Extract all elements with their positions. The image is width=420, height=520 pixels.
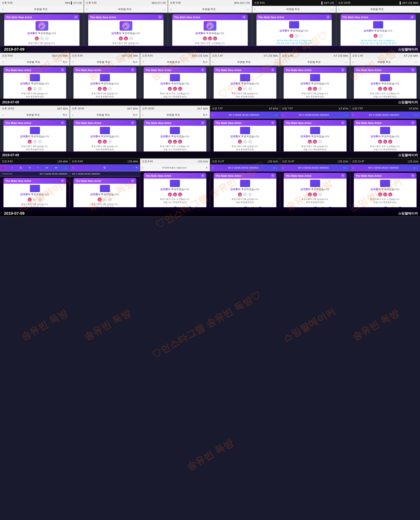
close-button[interactable]: × bbox=[326, 15, 330, 19]
nav-close[interactable]: × bbox=[136, 166, 138, 170]
nav-reload[interactable]: ↻ bbox=[203, 60, 206, 64]
facebook-share-btn[interactable]: f bbox=[243, 207, 248, 207]
twitter-share-btn[interactable]: t bbox=[257, 207, 263, 207]
nav-menu[interactable]: ⋯ bbox=[274, 113, 278, 117]
nav-close[interactable]: × bbox=[136, 60, 138, 64]
close-button[interactable]: × bbox=[158, 15, 162, 19]
nav-more[interactable]: ⋯ bbox=[414, 166, 418, 170]
kakao-share-btn[interactable]: K bbox=[320, 207, 326, 207]
nav-menu[interactable]: ⋯ bbox=[345, 60, 348, 64]
close-button[interactable]: × bbox=[271, 121, 275, 125]
nav-back[interactable]: ↑ bbox=[72, 60, 74, 64]
nav-reload[interactable]: ↻ bbox=[103, 166, 106, 170]
close-button[interactable]: × bbox=[201, 68, 204, 72]
nav-menu[interactable]: ⋯ bbox=[330, 7, 334, 11]
close-button[interactable]: × bbox=[131, 179, 135, 183]
close-button[interactable]: × bbox=[410, 15, 414, 19]
nav-title: KT면에 제공의 사용장 안내 bbox=[143, 166, 206, 169]
nav-more[interactable]: ⋯ bbox=[64, 166, 68, 170]
medal-2: 🏅 bbox=[313, 87, 317, 91]
status-bar: 오전 8:43 LTE 40% bbox=[0, 159, 70, 164]
vote-info: 투표기회가 2회 남았습니다.계속 투표해주세요! bbox=[232, 145, 259, 151]
close-button[interactable]: × bbox=[201, 121, 204, 125]
nav-close[interactable]: × bbox=[66, 60, 68, 64]
kakao-share-btn[interactable]: K bbox=[250, 207, 255, 207]
nav-close[interactable]: × bbox=[206, 166, 208, 170]
close-button[interactable]: × bbox=[131, 121, 135, 125]
close-button[interactable]: × bbox=[271, 174, 275, 178]
close-button[interactable]: × bbox=[411, 121, 415, 125]
nav-bar: ‹ MX X GENIE MUSIC AWARDS ⋯ bbox=[280, 111, 350, 119]
nav-back[interactable]: ↑ bbox=[72, 166, 74, 170]
nav-menu[interactable]: ⋯ bbox=[414, 60, 418, 64]
phone-2-5: 오전 1:40 KT LTE 56% ‹ 부분별 투표 ⋯ The Male N… bbox=[280, 53, 350, 99]
modal-title: The Male New Artist bbox=[6, 16, 32, 19]
close-button[interactable]: × bbox=[61, 179, 64, 183]
medal-2: 🏅 bbox=[208, 37, 212, 40]
twitter-share-btn[interactable]: t bbox=[398, 207, 403, 207]
row-4-label-bar: 2019-07-09 스밍짤메이커 bbox=[0, 210, 420, 216]
nav-close[interactable]: × bbox=[66, 113, 68, 117]
nav-menu[interactable]: ⋯ bbox=[247, 7, 250, 11]
nav-menu[interactable]: ⋯ bbox=[414, 7, 418, 11]
nav-reload[interactable]: ↻ bbox=[63, 113, 66, 117]
nav-close[interactable]: × bbox=[136, 113, 138, 117]
phone-1-1: 오후 5:35 95% ▌ KT LTE ‹ 부분별 투표 ⋯ The Male… bbox=[0, 0, 84, 46]
close-button[interactable]: × bbox=[271, 68, 275, 72]
nav-reload[interactable]: ↻ bbox=[20, 166, 22, 170]
nav-clip[interactable]: ✂ bbox=[45, 166, 48, 170]
medal-2: ○ bbox=[33, 87, 37, 91]
facebook-share-btn[interactable]: f bbox=[313, 207, 318, 207]
nav-back[interactable]: ↑ bbox=[142, 60, 144, 64]
medal-2: 🏅 bbox=[103, 140, 107, 144]
kakao-share-btn[interactable]: K bbox=[390, 207, 396, 207]
nav-bar: ‹ 부분별 투표 ↻ × bbox=[0, 111, 70, 119]
modal-body: 🎤 김재환에 투표하였습니다. 🏅 ○ ○ 투표기회가 2회 남았습니다.계속 … bbox=[4, 20, 80, 46]
modal-title: The Male New Artist bbox=[216, 121, 241, 125]
nav-title: 부분별 투표 bbox=[255, 8, 330, 11]
artist-thumbnail bbox=[240, 180, 250, 187]
nav-more[interactable]: ⋯ bbox=[274, 166, 278, 170]
nav-reload[interactable]: ↻ bbox=[203, 113, 206, 117]
nav-edit[interactable]: ✏ bbox=[55, 166, 58, 170]
vote-info: 투표기회가 모두 소진됐습니다.내일 다시 투표해주세요! bbox=[370, 145, 400, 151]
close-button[interactable]: × bbox=[341, 121, 345, 125]
nav-reload[interactable]: ↻ bbox=[63, 60, 66, 64]
close-button[interactable]: × bbox=[131, 68, 135, 72]
nav-youtube[interactable]: ▶ bbox=[2, 166, 5, 170]
nav-close[interactable]: × bbox=[206, 113, 208, 117]
close-button[interactable]: × bbox=[341, 174, 345, 178]
close-button[interactable]: × bbox=[61, 68, 64, 72]
close-button[interactable]: × bbox=[74, 15, 78, 19]
voted-text: 김재환에 투표하였습니다. bbox=[90, 82, 120, 85]
nav-back[interactable]: ↑ bbox=[2, 60, 4, 64]
nav-menu[interactable]: ⋯ bbox=[414, 113, 418, 117]
close-button[interactable]: × bbox=[242, 15, 246, 19]
nav-reload[interactable]: ↻ bbox=[133, 60, 136, 64]
nav-more[interactable]: ⋯ bbox=[345, 166, 348, 170]
nav-menu[interactable]: ⋯ bbox=[78, 7, 82, 11]
close-button[interactable]: × bbox=[341, 68, 345, 72]
facebook-share-btn[interactable]: f bbox=[173, 207, 178, 207]
modal-title: The Male New Artist bbox=[356, 121, 382, 125]
facebook-share-btn[interactable]: f bbox=[383, 207, 388, 207]
nav-close[interactable]: × bbox=[29, 166, 31, 170]
nav-close[interactable]: × bbox=[206, 60, 208, 64]
twitter-share-btn[interactable]: t bbox=[327, 207, 333, 207]
modal-card: The Male New Artist × 김재환에 투표하였습니다. 🏅 🏅 … bbox=[284, 67, 346, 99]
close-button[interactable]: × bbox=[201, 174, 204, 178]
nav-share[interactable]: ↑ bbox=[37, 166, 39, 170]
modal-title: The Male New Artist bbox=[90, 16, 116, 19]
close-button[interactable]: × bbox=[411, 174, 415, 178]
twitter-share-btn[interactable]: t bbox=[187, 207, 193, 207]
nav-reload[interactable]: ↻ bbox=[133, 113, 136, 117]
nav-domain: MX X GENIE MUSIC AWARDS bbox=[40, 173, 68, 175]
nav-menu[interactable]: ⋯ bbox=[162, 7, 165, 11]
nav-back[interactable]: ↑ bbox=[11, 166, 13, 170]
close-button[interactable]: × bbox=[61, 121, 64, 125]
kakao-share-btn[interactable]: K bbox=[180, 207, 185, 207]
nav-menu[interactable]: ⋯ bbox=[274, 60, 278, 64]
artist-thumbnail bbox=[170, 180, 180, 187]
nav-menu[interactable]: ⋯ bbox=[345, 113, 348, 117]
close-button[interactable]: × bbox=[411, 68, 415, 72]
